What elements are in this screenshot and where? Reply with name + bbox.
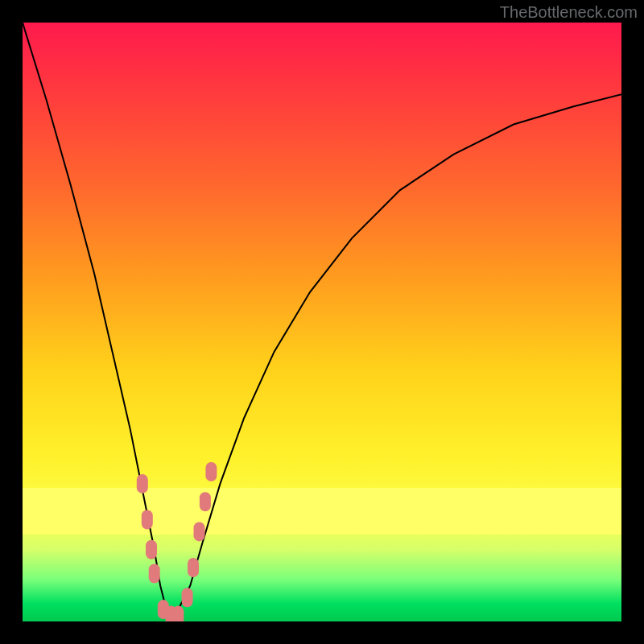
highlight-dot	[146, 540, 157, 559]
highlight-dot	[200, 492, 211, 511]
highlight-dot	[188, 558, 199, 577]
highlight-dot	[182, 588, 193, 607]
highlight-dot	[137, 474, 148, 493]
highlight-dot	[205, 462, 217, 481]
chart-frame: TheBottleneck.com	[0, 0, 644, 644]
attribution-text: TheBottleneck.com	[500, 3, 638, 22]
highlight-dot	[149, 564, 160, 584]
highlight-dot	[194, 522, 205, 541]
highlight-dot	[142, 510, 153, 530]
highlight-dot	[172, 606, 184, 621]
highlight-markers	[137, 462, 217, 621]
bottleneck-curve	[23, 23, 621, 616]
chart-svg	[23, 23, 621, 621]
